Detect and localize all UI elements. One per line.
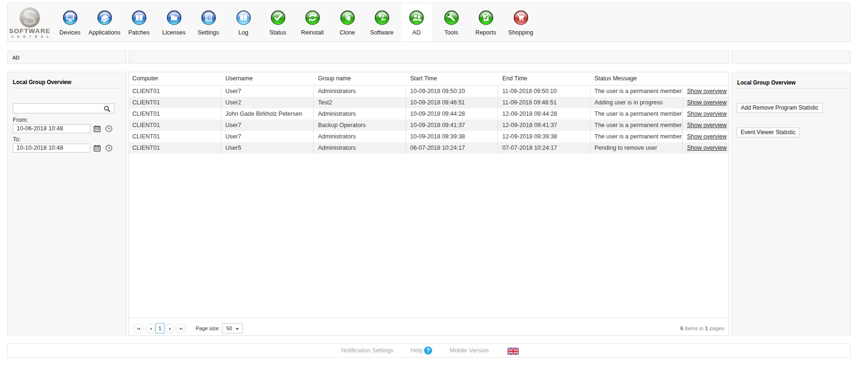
svg-text:?: ? (426, 347, 430, 354)
svg-text:S: S (23, 5, 37, 29)
